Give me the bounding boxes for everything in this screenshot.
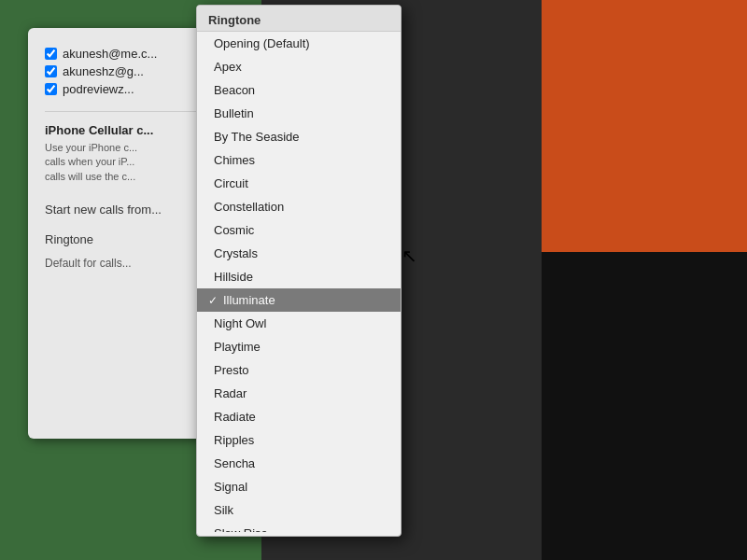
dropdown-item-label: Hillside [214,270,253,284]
dropdown-item-label: By The Seaside [214,130,300,144]
dropdown-item[interactable]: Signal [197,475,401,498]
dropdown-item-label: Night Owl [214,316,266,330]
dropdown-item-label: Signal [214,480,247,494]
dropdown-item[interactable]: Constellation [197,195,401,218]
dropdown-item[interactable]: Circuit [197,172,401,195]
mouse-cursor: ↖ [402,245,417,267]
account-label-2: akuneshz@g... [63,64,144,78]
dropdown-item[interactable]: By The Seaside [197,125,401,148]
dropdown-item-label: Ripples [214,433,254,447]
dropdown-item-label: Constellation [214,200,284,214]
dropdown-item-label: Apex [214,60,242,74]
dropdown-item[interactable]: Hillside [197,265,401,288]
account-checkbox-3[interactable] [45,83,57,95]
account-label-1: akunesh@me.c... [63,47,157,61]
dropdown-item-label: Circuit [214,176,248,190]
dropdown-item[interactable]: Crystals [197,242,401,265]
dropdown-item-label: Silk [214,503,233,517]
default-label: Default for calls... [45,257,132,270]
dropdown-item[interactable]: Ripples [197,428,401,452]
account-checkbox-1[interactable] [45,48,57,60]
dropdown-item[interactable]: Presto [197,358,401,382]
background-dark [542,252,747,560]
dropdown-item-label: Chimes [214,153,255,167]
dropdown-item[interactable]: ✓Illuminate [197,288,401,312]
dropdown-item[interactable]: Bulletin [197,102,401,125]
dropdown-item[interactable]: Silk [197,498,401,522]
dropdown-item-label: Slow Rise [214,526,268,532]
dropdown-item-label: Illuminate [223,293,275,307]
dropdown-item-label: Radar [214,386,247,400]
account-checkbox-2[interactable] [45,65,57,77]
dropdown-item[interactable]: Playtime [197,335,401,358]
dropdown-item-label: Presto [214,363,249,377]
dropdown-item[interactable]: Sencha [197,452,401,475]
dropdown-item[interactable]: Slow Rise [197,522,401,532]
dropdown-item-label: Opening (Default) [214,36,310,50]
dropdown-item[interactable]: Apex [197,55,401,78]
dropdown-item-label: Playtime [214,340,261,354]
dropdown-item-label: Bulletin [214,106,254,120]
dropdown-item[interactable]: Opening (Default) [197,32,401,55]
dropdown-item[interactable]: Night Owl [197,312,401,335]
dropdown-item-label: Radiate [214,410,256,424]
dropdown-item[interactable]: Radiate [197,405,401,428]
dropdown-item[interactable]: Radar [197,382,401,405]
dropdown-item[interactable]: Beacon [197,78,401,102]
dropdown-item-label: Sencha [214,456,255,470]
account-label-3: podreviewz... [63,82,134,96]
dropdown-list[interactable]: Opening (Default) Apex Beacon Bulletin B… [197,32,401,532]
dropdown-item-label: Beacon [214,83,255,97]
dropdown-item-label: Crystals [214,246,258,260]
dropdown-item-label: Cosmic [214,223,254,237]
dropdown-item[interactable]: Cosmic [197,218,401,242]
ringtone-dropdown[interactable]: Ringtone Opening (Default) Apex Beacon B… [196,5,402,537]
checkmark-icon: ✓ [208,294,218,307]
dropdown-header: Ringtone [197,6,401,32]
dropdown-item[interactable]: Chimes [197,148,401,172]
background-orange [542,0,747,280]
